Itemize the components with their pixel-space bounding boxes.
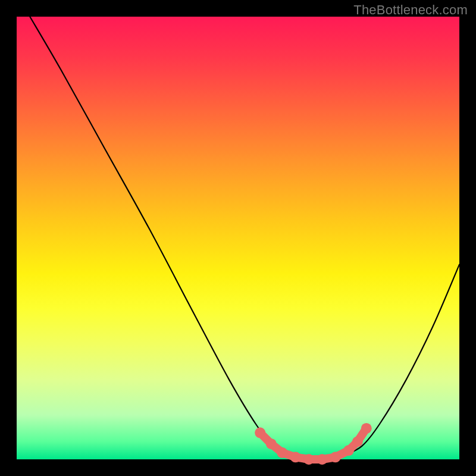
bottleneck-curve — [30, 17, 459, 460]
optimal-point-marker — [266, 439, 277, 449]
optimal-range-markers — [255, 423, 372, 465]
optimal-point-marker — [277, 447, 287, 458]
bottleneck-plot — [17, 17, 459, 459]
chart-area — [17, 17, 459, 459]
optimal-point-marker — [317, 454, 327, 465]
optimal-point-marker — [330, 452, 341, 462]
optimal-point-marker — [361, 423, 372, 434]
watermark-text: TheBottleneck.com — [353, 2, 468, 18]
optimal-point-marker — [303, 454, 314, 465]
optimal-point-marker — [290, 452, 301, 462]
optimal-point-marker — [352, 436, 363, 447]
optimal-point-marker — [343, 445, 354, 456]
optimal-point-marker — [255, 427, 265, 438]
